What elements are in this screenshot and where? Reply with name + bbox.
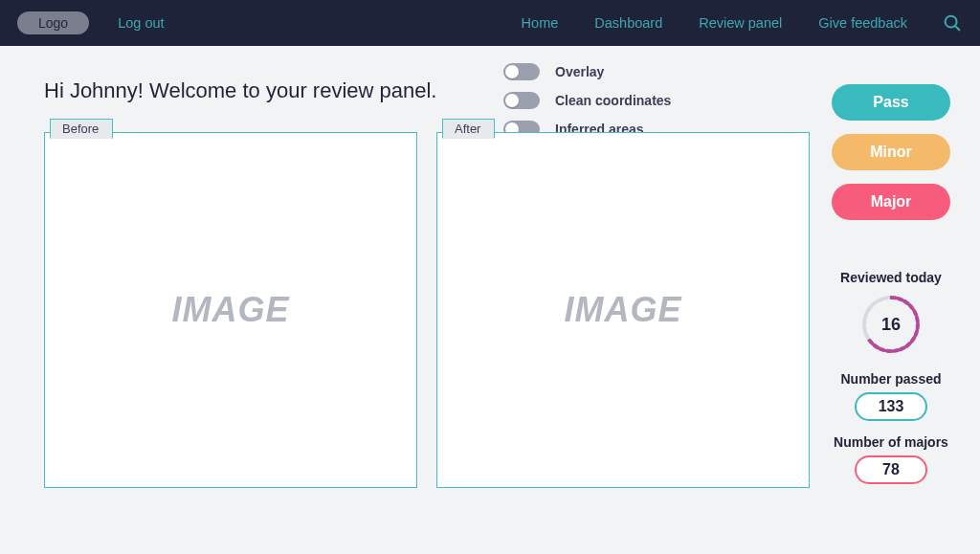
- before-image-placeholder: IMAGE: [171, 290, 289, 330]
- logo[interactable]: Logo: [17, 11, 89, 34]
- before-panel: Before IMAGE: [44, 132, 417, 488]
- after-tab[interactable]: After: [442, 119, 495, 139]
- svg-line-18: [866, 334, 868, 338]
- before-tab[interactable]: Before: [50, 119, 113, 139]
- svg-line-13: [894, 350, 898, 351]
- left-column: Hi Johnny! Welcome to your review panel.…: [44, 67, 810, 488]
- reviewed-stat: Reviewed today 16: [840, 270, 942, 358]
- toggle-clean-label: Clean coordinates: [555, 93, 671, 108]
- svg-line-11: [906, 343, 909, 346]
- svg-line-24: [878, 299, 881, 301]
- nav-home[interactable]: Home: [522, 15, 559, 31]
- svg-line-3: [898, 299, 902, 299]
- svg-line-16: [874, 345, 878, 347]
- toggle-stack: Overlay Clean coordinates Inferred areas: [503, 63, 671, 138]
- svg-line-1: [955, 26, 959, 30]
- passed-value: 133: [855, 392, 927, 421]
- svg-line-25: [884, 298, 888, 299]
- before-image-box: IMAGE: [44, 132, 417, 488]
- reviewed-donut: 16: [858, 291, 924, 358]
- svg-line-12: [901, 347, 904, 349]
- svg-line-9: [916, 331, 917, 335]
- passed-label: Number passed: [840, 371, 941, 387]
- svg-line-19: [864, 327, 865, 331]
- svg-line-15: [880, 349, 884, 350]
- after-image-box: IMAGE: [436, 132, 810, 488]
- search-icon[interactable]: [942, 12, 963, 33]
- reviewed-value: 16: [881, 315, 901, 335]
- svg-line-4: [904, 301, 908, 303]
- minor-button[interactable]: Minor: [832, 134, 950, 170]
- svg-line-6: [914, 311, 916, 315]
- after-panel: After IMAGE: [436, 132, 810, 488]
- svg-line-5: [910, 305, 913, 308]
- nav-dashboard[interactable]: Dashboard: [594, 15, 662, 31]
- majors-label: Number of majors: [834, 434, 948, 450]
- reviewed-label: Reviewed today: [840, 270, 942, 285]
- toggle-clean-row: Clean coordinates: [503, 92, 671, 109]
- after-image-placeholder: IMAGE: [564, 290, 681, 330]
- nav-review-panel[interactable]: Review panel: [699, 15, 782, 31]
- nav-give-feedback[interactable]: Give feedback: [818, 15, 907, 31]
- toggle-clean-coordinates[interactable]: [503, 92, 540, 109]
- svg-line-7: [917, 318, 918, 321]
- toggle-overlay-row: Overlay: [503, 63, 671, 80]
- majors-value: 78: [855, 455, 927, 484]
- svg-line-23: [872, 302, 875, 305]
- svg-line-21: [865, 314, 866, 318]
- right-sidebar: Pass Minor Major Reviewed today 16 Numbe…: [825, 84, 957, 488]
- image-row: Before IMAGE After IMAGE: [44, 132, 810, 488]
- toggle-overlay-label: Overlay: [555, 64, 604, 79]
- majors-stat: Number of majors 78: [834, 434, 948, 484]
- topbar: Logo Log out Home Dashboard Review panel…: [0, 0, 980, 46]
- welcome-heading: Hi Johnny! Welcome to your review panel.: [44, 78, 810, 103]
- svg-line-22: [868, 307, 870, 311]
- svg-line-17: [869, 340, 872, 343]
- major-button[interactable]: Major: [832, 184, 950, 220]
- logout-link[interactable]: Log out: [118, 15, 164, 31]
- passed-stat: Number passed 133: [840, 371, 941, 421]
- svg-line-10: [912, 338, 914, 342]
- pass-button[interactable]: Pass: [832, 84, 950, 121]
- content: Hi Johnny! Welcome to your review panel.…: [0, 46, 980, 511]
- toggle-overlay[interactable]: [503, 63, 540, 80]
